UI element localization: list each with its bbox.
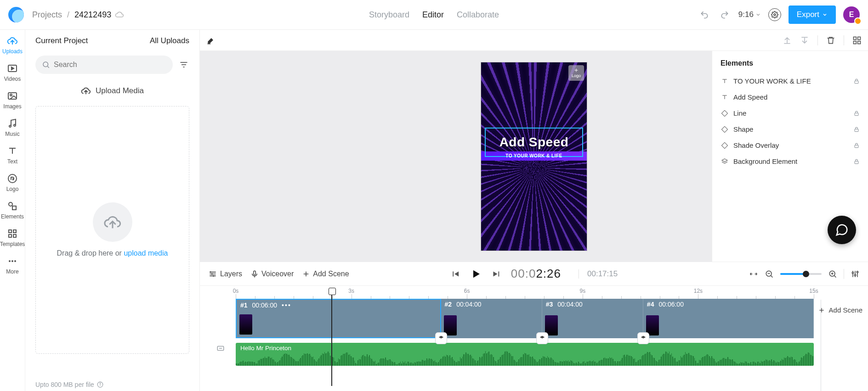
zoom-in-icon[interactable]: [828, 269, 837, 279]
audio-track[interactable]: Hello Mr Princeton: [236, 343, 814, 366]
logo-icon: [7, 173, 18, 184]
svg-point-4: [9, 125, 11, 127]
cloud-sync-icon[interactable]: [115, 10, 124, 19]
rail-item-more[interactable]: More: [0, 256, 25, 275]
upload-dropzone[interactable]: Drag & drop here or upload media: [35, 106, 189, 354]
svg-point-3: [10, 94, 12, 96]
filter-icon[interactable]: [178, 59, 189, 70]
svg-rect-10: [13, 230, 16, 233]
project-name[interactable]: 24212493: [74, 10, 111, 19]
zoom-slider[interactable]: [780, 273, 822, 275]
svg-rect-38: [721, 142, 727, 148]
playhead[interactable]: [331, 289, 332, 386]
lock-icon[interactable]: [853, 110, 860, 117]
element-item-label: Shape: [733, 125, 753, 133]
scene-clip[interactable]: #100:06:00•••: [236, 299, 441, 338]
timeline-ruler[interactable]: 0s3s6s9s12s15s: [236, 289, 814, 299]
info-icon[interactable]: [97, 381, 103, 388]
element-item-label: Shade Overlay: [733, 141, 779, 149]
element-item[interactable]: Line: [720, 105, 860, 121]
lock-icon[interactable]: [853, 78, 860, 84]
fit-width-icon[interactable]: [749, 269, 758, 279]
rail-item-elements[interactable]: Elements: [0, 201, 25, 220]
svg-rect-9: [9, 230, 11, 233]
upload-media-button[interactable]: Upload Media: [25, 78, 199, 101]
prev-scene-icon[interactable]: [450, 269, 460, 279]
transition-button[interactable]: [435, 332, 447, 344]
track-lock-icon[interactable]: [216, 344, 225, 352]
scene-clip[interactable]: #200:04:00: [441, 299, 542, 338]
help-chat-button[interactable]: [828, 216, 856, 244]
upload-icon: [7, 35, 18, 46]
dropzone-link[interactable]: upload media: [124, 249, 168, 257]
voiceover-label: Voiceover: [261, 270, 294, 278]
selected-text-box[interactable]: Add Speed: [485, 128, 583, 157]
logo-placeholder[interactable]: Logo: [568, 65, 584, 81]
headline-text[interactable]: Add Speed: [499, 135, 569, 150]
lock-icon[interactable]: [853, 158, 860, 165]
delete-icon[interactable]: [826, 36, 835, 45]
rail-item-images[interactable]: Images: [0, 90, 25, 110]
tab-collaborate[interactable]: Collaborate: [457, 10, 499, 20]
canvas-area[interactable]: Add Speed TO YOUR WORK & LIFE Logo Eleme…: [200, 51, 868, 262]
tab-current-project[interactable]: Current Project: [35, 36, 88, 45]
subline-text[interactable]: TO YOUR WORK & LIFE: [481, 153, 587, 158]
rail-item-text[interactable]: Text: [0, 145, 25, 165]
zoom-out-icon[interactable]: [765, 269, 774, 279]
svg-line-54: [834, 275, 836, 277]
transition-button[interactable]: [536, 332, 548, 344]
lock-icon[interactable]: [853, 142, 860, 149]
templates-icon: [7, 228, 18, 239]
layers-button[interactable]: Layers: [208, 269, 242, 279]
transition-button[interactable]: [637, 332, 649, 344]
element-item-label: TO YOUR WORK & LIFE: [733, 77, 811, 85]
redo-icon[interactable]: [718, 8, 731, 21]
app-logo[interactable]: [8, 7, 24, 22]
lock-icon[interactable]: [853, 126, 860, 133]
rail-item-music[interactable]: Music: [0, 118, 25, 137]
voiceover-button[interactable]: Voiceover: [250, 270, 294, 278]
send-backward-icon[interactable]: [800, 36, 809, 45]
element-item[interactable]: Shade Overlay: [720, 137, 860, 153]
playback-bar: Layers Voiceover Add Scene: [200, 262, 868, 285]
video-stage[interactable]: Add Speed TO YOUR WORK & LIFE Logo: [481, 62, 587, 251]
tab-all-uploads[interactable]: All Uploads: [150, 36, 189, 45]
settings-icon[interactable]: [768, 8, 781, 21]
rail-item-logo[interactable]: Logo: [0, 173, 25, 192]
add-scene-button[interactable]: Add Scene: [302, 270, 349, 278]
element-item[interactable]: TO YOUR WORK & LIFE: [720, 73, 860, 89]
scene-tag: #4: [647, 301, 654, 308]
more-icon[interactable]: •••: [282, 302, 291, 309]
element-item[interactable]: Add Speed: [720, 89, 860, 105]
search-input-wrap[interactable]: [35, 56, 173, 74]
track-settings-icon[interactable]: [851, 269, 860, 279]
current-time: 00:02:26: [511, 267, 561, 281]
highlighter-icon[interactable]: [206, 36, 216, 45]
next-scene-icon[interactable]: [492, 269, 502, 279]
bring-forward-icon[interactable]: [783, 36, 792, 45]
scene-clip[interactable]: #400:06:00: [643, 299, 814, 338]
aspect-ratio-selector[interactable]: 9:16: [738, 10, 761, 19]
svg-rect-37: [855, 129, 858, 131]
element-item[interactable]: Background Element: [720, 153, 860, 169]
timeline[interactable]: Add Scene 0s3s6s9s12s15s #100:06:00•••#2…: [200, 285, 868, 391]
search-input[interactable]: [54, 61, 166, 69]
upload-media-label: Upload Media: [96, 86, 144, 95]
breadcrumb-root[interactable]: Projects: [32, 10, 62, 19]
rail-item-templates[interactable]: Templates: [0, 228, 25, 247]
add-scene-side-button[interactable]: Add Scene: [818, 306, 862, 314]
user-avatar[interactable]: E: [843, 6, 860, 23]
play-icon[interactable]: [470, 268, 482, 280]
top-tabs: Storyboard Editor Collaborate: [369, 10, 499, 20]
rail-item-videos[interactable]: Videos: [0, 63, 25, 82]
scene-duration: 00:06:00: [252, 302, 278, 309]
grid-icon[interactable]: [852, 36, 862, 45]
undo-icon[interactable]: [698, 8, 711, 21]
rail-item-uploads[interactable]: Uploads: [0, 35, 25, 55]
tab-editor[interactable]: Editor: [422, 10, 444, 20]
scene-track[interactable]: #100:06:00•••#200:04:00#300:04:00#400:06…: [236, 299, 814, 338]
scene-clip[interactable]: #300:04:00: [542, 299, 643, 338]
element-item[interactable]: Shape: [720, 121, 860, 137]
export-button[interactable]: Export: [789, 6, 836, 24]
tab-storyboard[interactable]: Storyboard: [369, 10, 409, 20]
